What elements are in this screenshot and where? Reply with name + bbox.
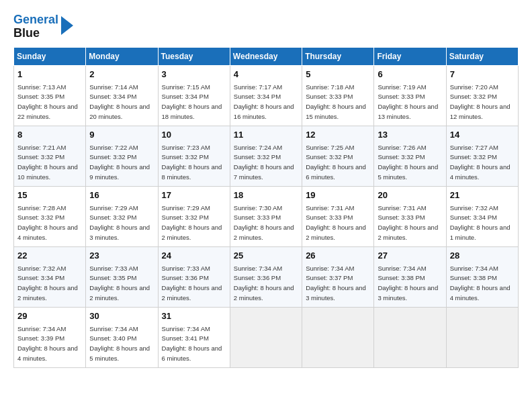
daylight-info: Daylight: 8 hours and 6 minutes.: [162, 345, 222, 362]
daylight-info: Daylight: 8 hours and 4 minutes.: [450, 163, 511, 181]
daylight-info: Daylight: 8 hours and 2 minutes.: [234, 224, 294, 241]
day-number: 4: [234, 68, 298, 81]
calendar-cell: 6 Sunrise: 7:19 AM Sunset: 3:33 PM Dayli…: [374, 65, 446, 126]
sunrise-info: Sunrise: 7:24 AM: [234, 144, 282, 151]
calendar-week-1: 1 Sunrise: 7:13 AM Sunset: 3:35 PM Dayli…: [14, 65, 519, 126]
sunset-info: Sunset: 3:32 PM: [89, 153, 136, 161]
logo-arrow-icon: [61, 16, 73, 35]
daylight-info: Daylight: 8 hours and 12 minutes.: [450, 103, 511, 120]
day-number: 2: [89, 68, 154, 81]
daylight-info: Daylight: 8 hours and 2 minutes.: [162, 284, 222, 302]
sunrise-info: Sunrise: 7:32 AM: [450, 204, 498, 212]
daylight-info: Daylight: 8 hours and 6 minutes.: [306, 163, 366, 181]
day-number: 22: [17, 250, 82, 262]
calendar-cell: 29 Sunrise: 7:34 AM Sunset: 3:39 PM Dayl…: [14, 307, 86, 367]
calendar-cell: 5 Sunrise: 7:18 AM Sunset: 3:33 PM Dayli…: [302, 65, 374, 126]
daylight-info: Daylight: 8 hours and 2 minutes.: [306, 224, 366, 241]
calendar-cell: 20 Sunrise: 7:31 AM Sunset: 3:33 PM Dayl…: [374, 186, 446, 246]
sunset-info: Sunset: 3:37 PM: [306, 274, 353, 281]
sunset-info: Sunset: 3:33 PM: [378, 214, 425, 221]
daylight-info: Daylight: 8 hours and 8 minutes.: [162, 163, 222, 181]
sunrise-info: Sunrise: 7:34 AM: [89, 325, 138, 332]
calendar-cell: 9 Sunrise: 7:22 AM Sunset: 3:32 PM Dayli…: [86, 126, 158, 186]
day-number: 13: [378, 129, 442, 141]
day-number: 26: [306, 250, 370, 262]
sunset-info: Sunset: 3:38 PM: [450, 274, 497, 281]
daylight-info: Daylight: 8 hours and 20 minutes.: [89, 103, 150, 120]
calendar-table: SundayMondayTuesdayWednesdayThursdayFrid…: [13, 47, 519, 368]
daylight-info: Daylight: 8 hours and 2 minutes.: [378, 224, 438, 241]
sunrise-info: Sunrise: 7:23 AM: [162, 144, 210, 151]
sunrise-info: Sunrise: 7:34 AM: [450, 265, 498, 272]
daylight-info: Daylight: 8 hours and 2 minutes.: [17, 284, 78, 302]
calendar-cell: 8 Sunrise: 7:21 AM Sunset: 3:32 PM Dayli…: [14, 126, 86, 186]
sunrise-info: Sunrise: 7:31 AM: [306, 204, 354, 212]
calendar-cell: 7 Sunrise: 7:20 AM Sunset: 3:32 PM Dayli…: [446, 65, 518, 126]
calendar-header-row: SundayMondayTuesdayWednesdayThursdayFrid…: [14, 47, 519, 65]
sunrise-info: Sunrise: 7:17 AM: [234, 83, 282, 91]
sunset-info: Sunset: 3:34 PM: [89, 93, 136, 100]
day-number: 15: [17, 189, 82, 201]
sunrise-info: Sunrise: 7:34 AM: [378, 265, 426, 272]
sunset-info: Sunset: 3:32 PM: [378, 153, 425, 161]
sunset-info: Sunset: 3:33 PM: [306, 214, 353, 221]
calendar-cell: 12 Sunrise: 7:25 AM Sunset: 3:32 PM Dayl…: [302, 126, 374, 186]
logo-blue: Blue: [13, 26, 40, 40]
day-number: 23: [89, 250, 154, 262]
calendar-cell: 24 Sunrise: 7:33 AM Sunset: 3:36 PM Dayl…: [158, 246, 230, 307]
calendar-cell: 3 Sunrise: 7:15 AM Sunset: 3:34 PM Dayli…: [158, 65, 230, 126]
col-header-friday: Friday: [374, 47, 446, 65]
col-header-sunday: Sunday: [14, 47, 86, 65]
sunrise-info: Sunrise: 7:26 AM: [378, 144, 426, 151]
sunset-info: Sunset: 3:32 PM: [162, 214, 209, 221]
sunset-info: Sunset: 3:34 PM: [234, 93, 281, 100]
col-header-saturday: Saturday: [446, 47, 518, 65]
sunset-info: Sunset: 3:34 PM: [17, 274, 64, 281]
sunset-info: Sunset: 3:32 PM: [306, 153, 353, 161]
sunrise-info: Sunrise: 7:34 AM: [306, 265, 354, 272]
sunrise-info: Sunrise: 7:29 AM: [162, 204, 210, 212]
calendar-week-5: 29 Sunrise: 7:34 AM Sunset: 3:39 PM Dayl…: [14, 307, 519, 367]
daylight-info: Daylight: 8 hours and 9 minutes.: [89, 163, 150, 181]
calendar-cell: 28 Sunrise: 7:34 AM Sunset: 3:38 PM Dayl…: [446, 246, 518, 307]
daylight-info: Daylight: 8 hours and 5 minutes.: [89, 345, 150, 362]
sunrise-info: Sunrise: 7:34 AM: [17, 325, 66, 332]
calendar-cell: 16 Sunrise: 7:29 AM Sunset: 3:32 PM Dayl…: [86, 186, 158, 246]
sunset-info: Sunset: 3:35 PM: [17, 93, 64, 100]
sunrise-info: Sunrise: 7:33 AM: [89, 265, 138, 272]
daylight-info: Daylight: 8 hours and 5 minutes.: [378, 163, 438, 181]
sunrise-info: Sunrise: 7:34 AM: [162, 325, 210, 332]
sunset-info: Sunset: 3:39 PM: [17, 334, 64, 342]
sunset-info: Sunset: 3:40 PM: [89, 334, 136, 342]
page-header: General Blue: [13, 13, 519, 40]
calendar-cell: 11 Sunrise: 7:24 AM Sunset: 3:32 PM Dayl…: [230, 126, 302, 186]
day-number: 7: [450, 68, 515, 81]
day-number: 11: [234, 129, 298, 141]
daylight-info: Daylight: 8 hours and 3 minutes.: [306, 284, 366, 302]
col-header-thursday: Thursday: [302, 47, 374, 65]
col-header-wednesday: Wednesday: [230, 47, 302, 65]
day-number: 21: [450, 189, 515, 201]
calendar-cell: 17 Sunrise: 7:29 AM Sunset: 3:32 PM Dayl…: [158, 186, 230, 246]
day-number: 12: [306, 129, 370, 141]
calendar-cell: [374, 307, 446, 367]
day-number: 24: [162, 250, 226, 262]
daylight-info: Daylight: 8 hours and 4 minutes.: [17, 345, 78, 362]
calendar-cell: 25 Sunrise: 7:34 AM Sunset: 3:36 PM Dayl…: [230, 246, 302, 307]
sunset-info: Sunset: 3:33 PM: [378, 93, 425, 100]
sunset-info: Sunset: 3:33 PM: [234, 214, 281, 221]
daylight-info: Daylight: 8 hours and 3 minutes.: [89, 224, 150, 241]
daylight-info: Daylight: 8 hours and 13 minutes.: [378, 103, 438, 120]
daylight-info: Daylight: 8 hours and 3 minutes.: [378, 284, 438, 302]
calendar-cell: 4 Sunrise: 7:17 AM Sunset: 3:34 PM Dayli…: [230, 65, 302, 126]
calendar-cell: 1 Sunrise: 7:13 AM Sunset: 3:35 PM Dayli…: [14, 65, 86, 126]
day-number: 27: [378, 250, 442, 262]
day-number: 10: [162, 129, 226, 141]
calendar-cell: [302, 307, 374, 367]
sunset-info: Sunset: 3:36 PM: [234, 274, 281, 281]
sunrise-info: Sunrise: 7:33 AM: [162, 265, 210, 272]
daylight-info: Daylight: 8 hours and 18 minutes.: [162, 103, 222, 120]
sunset-info: Sunset: 3:32 PM: [162, 153, 209, 161]
sunrise-info: Sunrise: 7:29 AM: [89, 204, 138, 212]
daylight-info: Daylight: 8 hours and 22 minutes.: [17, 103, 78, 120]
